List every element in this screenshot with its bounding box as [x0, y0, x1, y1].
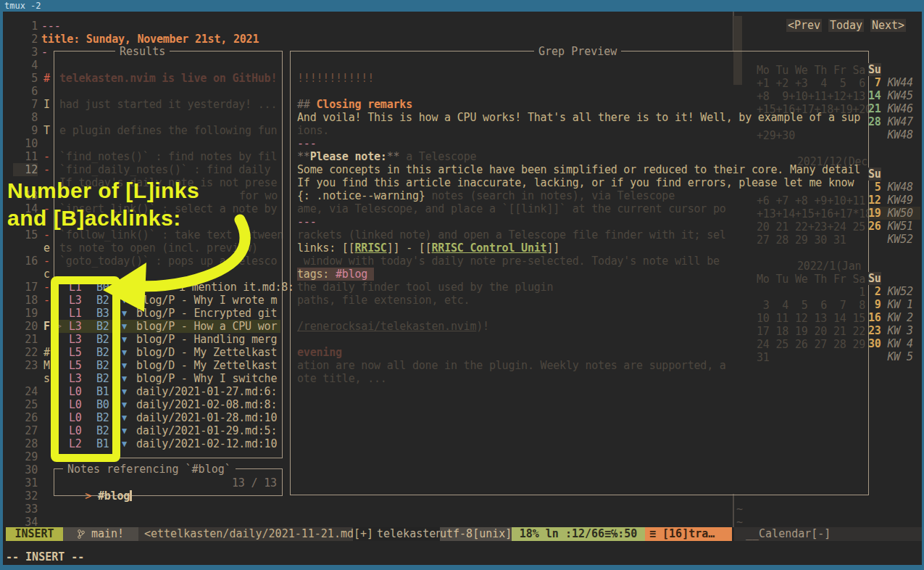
preview-line: ote title, ... [297, 372, 387, 385]
buffer-margin-char: M [43, 359, 50, 372]
preview-line: /renerocksai/telekasten.nvim)! [297, 320, 489, 333]
statusbar: INSERT main! <ettelkasten/daily/2021-11-… [3, 527, 922, 541]
calendar-day[interactable]: 30 [868, 337, 881, 350]
calendar-next-button[interactable]: Next> [870, 19, 906, 32]
calendar-prev-button[interactable]: <Prev [786, 19, 822, 32]
calendar-day[interactable]: 9 [868, 298, 881, 311]
down-arrow-icon: ▼ [122, 424, 127, 437]
grep-preview-title: Grep Preview [534, 45, 621, 58]
calendar-day[interactable]: 14 [868, 89, 881, 102]
text-span: --- [297, 137, 317, 150]
preview-line: the daily finder tool used by the plugin [297, 281, 553, 294]
git-branch-name: main! [91, 527, 124, 540]
preview-line: ## Closing remarks [297, 98, 412, 111]
calendar-sunday-header: Su [868, 63, 881, 76]
line-number: 27 [13, 424, 38, 437]
line-number: 33 [13, 503, 38, 516]
text-span: links: [[ [297, 241, 354, 255]
text-span: {: .notice--warning} [297, 189, 425, 202]
text-span: ## [297, 98, 317, 111]
line-number: 19 [13, 307, 38, 320]
result-item-label[interactable]: i mention it.md:8: [179, 281, 294, 294]
line-number: 3 [13, 46, 38, 59]
buffer-margin-char: c [43, 268, 50, 281]
annotation-text-line1: Number of [L]inks [7, 178, 199, 203]
preview-line: {: .notice--warning} notes (search in no… [297, 189, 675, 202]
text-span: evening [297, 346, 342, 359]
down-arrow-icon: ▼ [122, 385, 127, 398]
line-number: 4 [13, 59, 38, 72]
calendar-day[interactable] [868, 350, 881, 363]
tmux-titlebar: tmux -2 [0, 0, 924, 12]
calendar-week-number: KW 3 [881, 324, 913, 337]
text-cursor [130, 490, 132, 501]
line-number: 23 [13, 359, 38, 372]
text-span: ** [297, 150, 310, 163]
result-item-label[interactable]: daily/2021-01-29.md:5: [136, 424, 277, 437]
calendar-today-button[interactable]: Today [828, 19, 864, 32]
window-separator [733, 494, 734, 527]
text-span: #blog [336, 268, 374, 281]
text-span: a Telescope [399, 150, 476, 163]
calendar-day[interactable] [868, 233, 881, 246]
calendar-day[interactable]: 12 [868, 194, 881, 207]
preview-line: ame, via Telescope, and place a `[[link]… [297, 202, 726, 215]
preview-line: ation are now all done in the plugin. We… [297, 359, 726, 372]
calendar-week-number: KW46 [881, 102, 913, 115]
results-panel-title: Results [115, 45, 170, 58]
result-item-label[interactable]: daily/2021-01-28.md:10 [136, 411, 277, 424]
down-arrow-icon: ▼ [122, 398, 127, 411]
text-span: RRISC [354, 241, 386, 255]
line-number: 10 [13, 137, 38, 150]
result-item-label[interactable]: blog/P - Why I wrote m [136, 294, 277, 307]
calendar-week-row: KW 5 [868, 350, 913, 363]
result-item-label[interactable]: blog/D - My Zettelkast [136, 359, 277, 372]
result-item-label[interactable]: daily/2021-01-27.md:6: [136, 385, 277, 398]
line-number: 24 [13, 385, 38, 398]
down-arrow-icon: ▼ [122, 333, 127, 346]
calendar-day[interactable]: 23 [868, 324, 881, 337]
result-item-label[interactable]: daily/2021-02-12.md:10 [136, 437, 277, 450]
calendar-day[interactable]: 16 [868, 311, 881, 324]
text-span: window with today's daily note pre-selec… [297, 255, 720, 268]
calendar-week-number: KW48 [881, 128, 913, 141]
calendar-week-number: KW44 [881, 76, 913, 89]
result-item-label[interactable]: daily/2021-02-08.md:8: [136, 398, 277, 411]
calendar-day[interactable] [868, 128, 881, 141]
line-number: 22 [13, 346, 38, 359]
line-number: 30 [13, 463, 38, 476]
calendar-day[interactable]: 2 [868, 285, 881, 298]
search-query[interactable]: #blog [98, 490, 130, 503]
calendar-week-row: KW48 [868, 128, 913, 141]
result-item-label[interactable]: blog/D - My Zettelkast [136, 346, 277, 359]
search-prompt[interactable]: > #blog [59, 476, 132, 516]
calendar-week-number: KW 1 [881, 298, 913, 311]
empty-line-tilde: ~ [736, 503, 743, 516]
line-number: 7 [13, 98, 38, 111]
result-item-label[interactable]: blog/P - Why I switche [136, 372, 277, 385]
down-arrow-icon: ▼ [122, 320, 127, 333]
prompt-caret: > [85, 490, 91, 503]
tmux-window: tmux -2 <Prev Today Next> Results Grep P… [0, 0, 924, 570]
result-item-label[interactable]: blog/P - Encrypted git [136, 307, 277, 320]
calendar-week-number: KW47 [881, 115, 913, 128]
calendar-day[interactable]: 7 [868, 76, 881, 89]
text-span: --- [297, 215, 317, 228]
result-item-label[interactable]: blog/P - Handling merg [136, 333, 277, 346]
preview-line: **Please note:** a Telescope [297, 150, 476, 163]
line-number: 31 [13, 476, 38, 490]
calendar-day[interactable]: 26 [868, 220, 881, 233]
down-arrow-icon: ▼ [122, 346, 127, 359]
preview-line: Some concepts in this article have been … [297, 163, 860, 176]
mode-indicator: INSERT [6, 527, 63, 541]
result-item-label[interactable]: blog/P - How a CPU wor [136, 320, 277, 333]
calendar-day[interactable]: 19 [868, 207, 881, 220]
calendar-day[interactable]: 28 [868, 115, 881, 128]
calendar-day[interactable]: 5 [868, 181, 881, 194]
calendar-day[interactable]: 21 [868, 102, 881, 115]
preview-line: window with today's daily note pre-selec… [297, 255, 720, 268]
down-arrow-icon: ▼ [122, 281, 127, 294]
line-number: 32 [13, 490, 38, 503]
preview-line: --- [297, 215, 317, 228]
buffer-margin-char: - [43, 150, 50, 163]
